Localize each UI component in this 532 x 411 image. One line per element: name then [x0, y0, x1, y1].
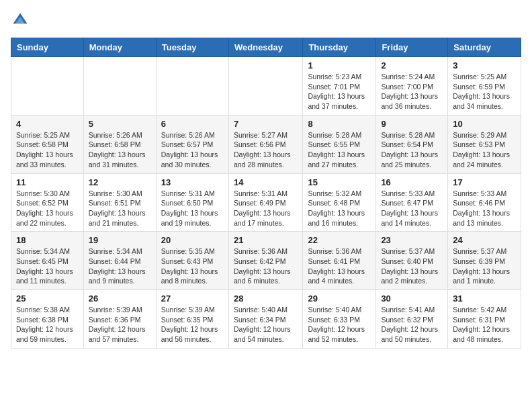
day-number: 14: [234, 177, 298, 187]
day-number: 23: [381, 235, 443, 245]
day-info: Sunrise: 5:29 AM Sunset: 6:53 PM Dayligh…: [453, 130, 516, 170]
calendar-cell: 8Sunrise: 5:28 AM Sunset: 6:55 PM Daylig…: [303, 115, 376, 173]
calendar-cell: [228, 57, 302, 116]
day-number: 26: [89, 293, 151, 304]
calendar-cell: 19Sunrise: 5:34 AM Sunset: 6:44 PM Dayli…: [83, 232, 156, 290]
calendar-cell: 29Sunrise: 5:40 AM Sunset: 6:33 PM Dayli…: [303, 290, 376, 349]
calendar-cell: 31Sunrise: 5:42 AM Sunset: 6:31 PM Dayli…: [448, 290, 521, 349]
day-info: Sunrise: 5:30 AM Sunset: 6:52 PM Dayligh…: [16, 189, 79, 228]
day-number: 19: [89, 235, 151, 245]
logo-icon: [11, 11, 30, 30]
day-info: Sunrise: 5:38 AM Sunset: 6:38 PM Dayligh…: [16, 305, 79, 345]
day-info: Sunrise: 5:25 AM Sunset: 6:58 PM Dayligh…: [16, 130, 79, 170]
day-number: 9: [381, 119, 443, 129]
weekday-header-monday: Monday: [83, 38, 156, 57]
day-number: 30: [381, 293, 443, 304]
calendar-cell: 7Sunrise: 5:27 AM Sunset: 6:56 PM Daylig…: [228, 115, 302, 173]
calendar-week-row: 25Sunrise: 5:38 AM Sunset: 6:38 PM Dayli…: [11, 290, 521, 349]
day-number: 17: [453, 177, 516, 187]
day-number: 1: [308, 60, 371, 71]
calendar-cell: 3Sunrise: 5:25 AM Sunset: 6:59 PM Daylig…: [448, 57, 521, 116]
day-number: 28: [234, 293, 298, 304]
day-info: Sunrise: 5:23 AM Sunset: 7:01 PM Dayligh…: [308, 72, 371, 111]
calendar-cell: [11, 57, 84, 116]
calendar-cell: 20Sunrise: 5:35 AM Sunset: 6:43 PM Dayli…: [156, 232, 228, 290]
calendar-cell: 26Sunrise: 5:39 AM Sunset: 6:36 PM Dayli…: [83, 290, 156, 349]
day-number: 27: [161, 293, 224, 304]
calendar-table: SundayMondayTuesdayWednesdayThursdayFrid…: [11, 38, 521, 349]
weekday-header-row: SundayMondayTuesdayWednesdayThursdayFrid…: [11, 38, 521, 57]
day-number: 15: [308, 177, 371, 187]
calendar-cell: 17Sunrise: 5:33 AM Sunset: 6:46 PM Dayli…: [448, 173, 521, 232]
day-number: 31: [453, 293, 516, 304]
calendar-cell: 23Sunrise: 5:37 AM Sunset: 6:40 PM Dayli…: [376, 232, 448, 290]
day-info: Sunrise: 5:28 AM Sunset: 6:54 PM Dayligh…: [381, 130, 443, 170]
weekday-header-tuesday: Tuesday: [156, 38, 228, 57]
day-number: 7: [234, 119, 298, 129]
day-number: 29: [308, 293, 371, 304]
day-info: Sunrise: 5:24 AM Sunset: 7:00 PM Dayligh…: [381, 72, 443, 111]
calendar-cell: 9Sunrise: 5:28 AM Sunset: 6:54 PM Daylig…: [376, 115, 448, 173]
calendar-cell: 4Sunrise: 5:25 AM Sunset: 6:58 PM Daylig…: [11, 115, 84, 173]
page-header: [11, 11, 521, 30]
weekday-header-sunday: Sunday: [11, 38, 84, 57]
day-info: Sunrise: 5:28 AM Sunset: 6:55 PM Dayligh…: [308, 130, 371, 170]
calendar-week-row: 4Sunrise: 5:25 AM Sunset: 6:58 PM Daylig…: [11, 115, 521, 173]
weekday-header-wednesday: Wednesday: [228, 38, 302, 57]
calendar-cell: 24Sunrise: 5:37 AM Sunset: 6:39 PM Dayli…: [448, 232, 521, 290]
day-info: Sunrise: 5:26 AM Sunset: 6:57 PM Dayligh…: [161, 130, 224, 170]
calendar-week-row: 18Sunrise: 5:34 AM Sunset: 6:45 PM Dayli…: [11, 232, 521, 290]
day-number: 13: [161, 177, 224, 187]
calendar-cell: 22Sunrise: 5:36 AM Sunset: 6:41 PM Dayli…: [303, 232, 376, 290]
calendar-cell: 12Sunrise: 5:30 AM Sunset: 6:51 PM Dayli…: [83, 173, 156, 232]
day-info: Sunrise: 5:26 AM Sunset: 6:58 PM Dayligh…: [89, 130, 151, 170]
day-number: 21: [234, 235, 298, 245]
day-number: 6: [161, 119, 224, 129]
calendar-cell: 15Sunrise: 5:32 AM Sunset: 6:48 PM Dayli…: [303, 173, 376, 232]
calendar-week-row: 1Sunrise: 5:23 AM Sunset: 7:01 PM Daylig…: [11, 57, 521, 116]
day-info: Sunrise: 5:33 AM Sunset: 6:47 PM Dayligh…: [381, 189, 443, 228]
day-info: Sunrise: 5:33 AM Sunset: 6:46 PM Dayligh…: [453, 189, 516, 228]
calendar-cell: 5Sunrise: 5:26 AM Sunset: 6:58 PM Daylig…: [83, 115, 156, 173]
day-info: Sunrise: 5:40 AM Sunset: 6:33 PM Dayligh…: [308, 305, 371, 345]
day-info: Sunrise: 5:35 AM Sunset: 6:43 PM Dayligh…: [161, 246, 224, 286]
calendar-cell: 14Sunrise: 5:31 AM Sunset: 6:49 PM Dayli…: [228, 173, 302, 232]
calendar-cell: 13Sunrise: 5:31 AM Sunset: 6:50 PM Dayli…: [156, 173, 228, 232]
calendar-cell: 11Sunrise: 5:30 AM Sunset: 6:52 PM Dayli…: [11, 173, 84, 232]
day-number: 22: [308, 235, 371, 245]
calendar-cell: 30Sunrise: 5:41 AM Sunset: 6:32 PM Dayli…: [376, 290, 448, 349]
day-number: 8: [308, 119, 371, 129]
calendar-cell: 25Sunrise: 5:38 AM Sunset: 6:38 PM Dayli…: [11, 290, 84, 349]
day-info: Sunrise: 5:37 AM Sunset: 6:40 PM Dayligh…: [381, 246, 443, 286]
day-info: Sunrise: 5:31 AM Sunset: 6:50 PM Dayligh…: [161, 189, 224, 228]
calendar-cell: 6Sunrise: 5:26 AM Sunset: 6:57 PM Daylig…: [156, 115, 228, 173]
calendar-cell: 1Sunrise: 5:23 AM Sunset: 7:01 PM Daylig…: [303, 57, 376, 116]
day-info: Sunrise: 5:42 AM Sunset: 6:31 PM Dayligh…: [453, 305, 516, 345]
day-info: Sunrise: 5:41 AM Sunset: 6:32 PM Dayligh…: [381, 305, 443, 345]
weekday-header-saturday: Saturday: [448, 38, 521, 57]
calendar-cell: 18Sunrise: 5:34 AM Sunset: 6:45 PM Dayli…: [11, 232, 84, 290]
day-info: Sunrise: 5:27 AM Sunset: 6:56 PM Dayligh…: [234, 130, 298, 170]
day-number: 2: [381, 60, 443, 71]
day-number: 25: [16, 293, 79, 304]
day-number: 12: [89, 177, 151, 187]
day-info: Sunrise: 5:34 AM Sunset: 6:45 PM Dayligh…: [16, 246, 79, 286]
calendar-cell: 21Sunrise: 5:36 AM Sunset: 6:42 PM Dayli…: [228, 232, 302, 290]
weekday-header-friday: Friday: [376, 38, 448, 57]
day-info: Sunrise: 5:25 AM Sunset: 6:59 PM Dayligh…: [453, 72, 516, 111]
calendar-cell: 28Sunrise: 5:40 AM Sunset: 6:34 PM Dayli…: [228, 290, 302, 349]
calendar-cell: 10Sunrise: 5:29 AM Sunset: 6:53 PM Dayli…: [448, 115, 521, 173]
day-info: Sunrise: 5:39 AM Sunset: 6:35 PM Dayligh…: [161, 305, 224, 345]
day-number: 20: [161, 235, 224, 245]
day-info: Sunrise: 5:31 AM Sunset: 6:49 PM Dayligh…: [234, 189, 298, 228]
calendar-cell: 27Sunrise: 5:39 AM Sunset: 6:35 PM Dayli…: [156, 290, 228, 349]
calendar-week-row: 11Sunrise: 5:30 AM Sunset: 6:52 PM Dayli…: [11, 173, 521, 232]
day-info: Sunrise: 5:39 AM Sunset: 6:36 PM Dayligh…: [89, 305, 151, 345]
day-info: Sunrise: 5:36 AM Sunset: 6:41 PM Dayligh…: [308, 246, 371, 286]
day-info: Sunrise: 5:32 AM Sunset: 6:48 PM Dayligh…: [308, 189, 371, 228]
day-number: 24: [453, 235, 516, 245]
day-number: 11: [16, 177, 79, 187]
calendar-cell: [83, 57, 156, 116]
day-number: 4: [16, 119, 79, 129]
day-number: 10: [453, 119, 516, 129]
